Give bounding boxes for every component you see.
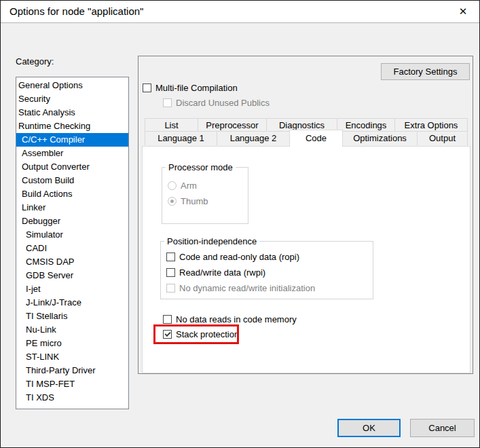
list-item-output-converter[interactable]: Output Converter	[16, 160, 128, 174]
no-data-reads-checkbox[interactable]	[163, 315, 172, 324]
checkbox-label-no-dynamic-read-write-initialization: No dynamic read/write initialization	[179, 283, 315, 293]
checkbox-no-dynamic-read-write-initialization	[166, 284, 175, 293]
tab-optimizations[interactable]: Optimizations	[342, 131, 418, 145]
stack-protection-row[interactable]: Stack protection	[163, 329, 239, 339]
list-item-debugger[interactable]: Debugger	[16, 214, 128, 228]
stack-protection-label: Stack protection	[176, 329, 239, 339]
tab-language-2[interactable]: Language 2	[217, 131, 290, 145]
list-item-assembler[interactable]: Assembler	[16, 147, 128, 160]
tab-encodings[interactable]: Encodings	[337, 118, 395, 132]
list-item-ti-msp-fet[interactable]: TI MSP-FET	[16, 377, 128, 391]
list-item-st-link[interactable]: ST-LINK	[16, 350, 128, 364]
list-item-j-link-j-trace[interactable]: J-Link/J-Trace	[16, 296, 128, 310]
checkbox-row-code-and-read-only-data-ropi[interactable]: Code and read-only data (ropi)	[166, 251, 299, 262]
list-item-third-party-driver[interactable]: Third-Party Driver	[16, 364, 128, 377]
tab-output[interactable]: Output	[417, 131, 468, 145]
list-item-ti-xds[interactable]: TI XDS	[16, 391, 128, 405]
category-label: Category:	[16, 56, 54, 67]
checkbox-label-code-and-read-only-data-ropi: Code and read-only data (ropi)	[179, 252, 299, 262]
checkbox-label-read-write-data-rwpi: Read/write data (rwpi)	[179, 267, 265, 278]
list-item-custom-build[interactable]: Custom Build	[16, 174, 128, 187]
options-dialog: Options for node "application" ✕ Categor…	[0, 0, 480, 448]
dialog-title: Options for node "application"	[10, 1, 143, 22]
discard-unused-publics-checkbox	[163, 98, 172, 107]
radio-label-arm: Arm	[181, 181, 197, 191]
multi-file-compilation-checkbox[interactable]	[143, 83, 151, 92]
position-independence-group: Position-independence Code and read-only…	[160, 241, 373, 299]
compiler-tab-strip: ListPreprocessorDiagnosticsEncodingsExtr…	[145, 118, 469, 145]
list-item-gdb-server[interactable]: GDB Server	[16, 269, 128, 282]
list-item-security[interactable]: Security	[16, 92, 128, 106]
multi-file-compilation-row[interactable]: Multi-file Compilation	[143, 82, 238, 93]
checkbox-code-and-read-only-data-ropi[interactable]	[166, 253, 175, 261]
checkbox-row-no-dynamic-read-write-initialization: No dynamic read/write initialization	[166, 282, 315, 293]
list-item-static-analysis[interactable]: Static Analysis	[16, 106, 128, 119]
tab-list[interactable]: List	[145, 118, 198, 132]
tab-language-1[interactable]: Language 1	[145, 131, 217, 145]
list-item-simulator[interactable]: Simulator	[16, 228, 128, 242]
checkbox-read-write-data-rwpi[interactable]	[166, 268, 175, 277]
position-independence-title: Position-independence	[164, 236, 259, 246]
list-item-ti-stellaris[interactable]: TI Stellaris	[16, 310, 128, 323]
discard-unused-publics-row: Discard Unused Publics	[163, 97, 270, 108]
tab-code[interactable]: Code	[289, 130, 343, 147]
radio-row-arm: Arm	[168, 180, 197, 191]
stack-protection-checkbox[interactable]	[163, 330, 172, 339]
list-item-c-c-compiler[interactable]: C/C++ Compiler	[16, 133, 128, 147]
processor-mode-title: Processor mode	[166, 162, 236, 172]
factory-settings-button[interactable]: Factory Settings	[381, 63, 470, 80]
title-bar: Options for node "application" ✕	[1, 1, 479, 23]
radio-arm	[168, 181, 177, 190]
radio-row-thumb: Thumb	[168, 195, 208, 206]
close-icon[interactable]: ✕	[452, 1, 474, 22]
code-tab-page: Processor mode ArmThumb Position-indepen…	[142, 146, 470, 373]
multi-file-compilation-label: Multi-file Compilation	[155, 83, 238, 93]
cancel-button[interactable]: Cancel	[410, 419, 475, 437]
tab-preprocessor[interactable]: Preprocessor	[198, 118, 267, 132]
list-item-build-actions[interactable]: Build Actions	[16, 187, 128, 201]
compiler-options-panel: Factory Settings Multi-file Compilation …	[138, 56, 473, 374]
checkbox-row-read-write-data-rwpi[interactable]: Read/write data (rwpi)	[166, 267, 265, 278]
list-item-runtime-checking[interactable]: Runtime Checking	[16, 119, 128, 133]
radio-label-thumb: Thumb	[181, 196, 208, 206]
list-item-linker[interactable]: Linker	[16, 201, 128, 214]
tab-row-2: Language 1Language 2CodeOptimizationsOut…	[145, 131, 469, 145]
list-item-nu-link[interactable]: Nu-Link	[16, 323, 128, 337]
list-item-cadi[interactable]: CADI	[16, 242, 128, 255]
radio-thumb	[168, 197, 177, 206]
discard-unused-publics-label: Discard Unused Publics	[176, 98, 270, 108]
ok-button[interactable]: OK	[337, 419, 401, 437]
processor-mode-group: Processor mode ArmThumb	[162, 167, 248, 224]
tab-extra-options[interactable]: Extra Options	[394, 118, 468, 132]
no-data-reads-label: No data reads in code memory	[176, 314, 297, 324]
category-listbox[interactable]: General OptionsSecurityStatic AnalysisRu…	[16, 77, 129, 409]
list-item-cmsis-dap[interactable]: CMSIS DAP	[16, 255, 128, 269]
list-item-i-jet[interactable]: I-jet	[16, 282, 128, 296]
list-item-general-options[interactable]: General Options	[16, 79, 128, 92]
list-item-pe-micro[interactable]: PE micro	[16, 337, 128, 350]
no-data-reads-row[interactable]: No data reads in code memory	[163, 314, 297, 324]
